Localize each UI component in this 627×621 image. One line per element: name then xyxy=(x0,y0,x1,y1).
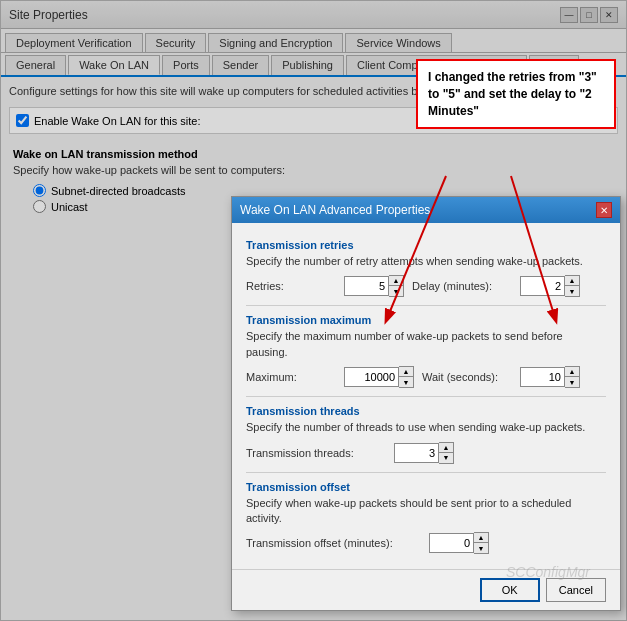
wait-label: Wait (seconds): xyxy=(422,371,512,383)
threads-label: Transmission threads: xyxy=(246,447,386,459)
threads-up-button[interactable]: ▲ xyxy=(439,443,453,453)
maximum-label: Maximum: xyxy=(246,371,336,383)
threads-row: Transmission threads: ▲ ▼ xyxy=(246,442,606,464)
maximum-down-button[interactable]: ▼ xyxy=(399,377,413,387)
dialog-title-bar: Wake On LAN Advanced Properties ✕ xyxy=(232,197,620,223)
offset-row: Transmission offset (minutes): ▲ ▼ xyxy=(246,532,606,554)
cancel-button[interactable]: Cancel xyxy=(546,578,606,602)
threads-down-button[interactable]: ▼ xyxy=(439,453,453,463)
maximum-spinner: ▲ ▼ xyxy=(344,366,414,388)
dialog-footer: OK Cancel xyxy=(232,569,620,610)
maximum-input[interactable] xyxy=(344,367,399,387)
retries-row: Retries: ▲ ▼ Delay (minutes): ▲ ▼ xyxy=(246,275,606,297)
delay-input[interactable] xyxy=(520,276,565,296)
section-offset-title: Transmission offset xyxy=(246,481,606,493)
callout-text: I changed the retries from "3" to "5" an… xyxy=(428,70,597,118)
divider-2 xyxy=(246,396,606,397)
wait-up-button[interactable]: ▲ xyxy=(565,367,579,377)
section-max-title: Transmission maximum xyxy=(246,314,606,326)
wait-spinner: ▲ ▼ xyxy=(520,366,580,388)
dialog-title: Wake On LAN Advanced Properties xyxy=(240,203,430,217)
offset-spinner: ▲ ▼ xyxy=(429,532,489,554)
dialog-body: Transmission retries Specify the number … xyxy=(232,223,620,569)
delay-spinner: ▲ ▼ xyxy=(520,275,580,297)
wait-input[interactable] xyxy=(520,367,565,387)
retries-label: Retries: xyxy=(246,280,336,292)
delay-spinner-buttons: ▲ ▼ xyxy=(565,275,580,297)
maximum-spinner-buttons: ▲ ▼ xyxy=(399,366,414,388)
wol-advanced-dialog: Wake On LAN Advanced Properties ✕ Transm… xyxy=(231,196,621,611)
main-window: Site Properties — □ ✕ Deployment Verific… xyxy=(0,0,627,621)
retries-spinner-buttons: ▲ ▼ xyxy=(389,275,404,297)
wait-down-button[interactable]: ▼ xyxy=(565,377,579,387)
retries-input[interactable] xyxy=(344,276,389,296)
retries-spinner: ▲ ▼ xyxy=(344,275,404,297)
divider-1 xyxy=(246,305,606,306)
offset-label: Transmission offset (minutes): xyxy=(246,537,421,549)
retries-up-button[interactable]: ▲ xyxy=(389,276,403,286)
section-offset-desc: Specify when wake-up packets should be s… xyxy=(246,496,606,527)
divider-3 xyxy=(246,472,606,473)
offset-down-button[interactable]: ▼ xyxy=(474,543,488,553)
threads-spinner: ▲ ▼ xyxy=(394,442,454,464)
threads-spinner-buttons: ▲ ▼ xyxy=(439,442,454,464)
retries-down-button[interactable]: ▼ xyxy=(389,286,403,296)
dialog-close-button[interactable]: ✕ xyxy=(596,202,612,218)
wait-spinner-buttons: ▲ ▼ xyxy=(565,366,580,388)
threads-input[interactable] xyxy=(394,443,439,463)
offset-up-button[interactable]: ▲ xyxy=(474,533,488,543)
section-retries-desc: Specify the number of retry attempts whe… xyxy=(246,254,606,269)
delay-down-button[interactable]: ▼ xyxy=(565,286,579,296)
callout-box: I changed the retries from "3" to "5" an… xyxy=(416,59,616,129)
maximum-row: Maximum: ▲ ▼ Wait (seconds): ▲ ▼ xyxy=(246,366,606,388)
offset-input[interactable] xyxy=(429,533,474,553)
maximum-up-button[interactable]: ▲ xyxy=(399,367,413,377)
offset-spinner-buttons: ▲ ▼ xyxy=(474,532,489,554)
section-retries-title: Transmission retries xyxy=(246,239,606,251)
ok-button[interactable]: OK xyxy=(480,578,540,602)
delay-up-button[interactable]: ▲ xyxy=(565,276,579,286)
delay-label: Delay (minutes): xyxy=(412,280,512,292)
section-threads-title: Transmission threads xyxy=(246,405,606,417)
section-threads-desc: Specify the number of threads to use whe… xyxy=(246,420,606,435)
section-max-desc: Specify the maximum number of wake-up pa… xyxy=(246,329,606,360)
